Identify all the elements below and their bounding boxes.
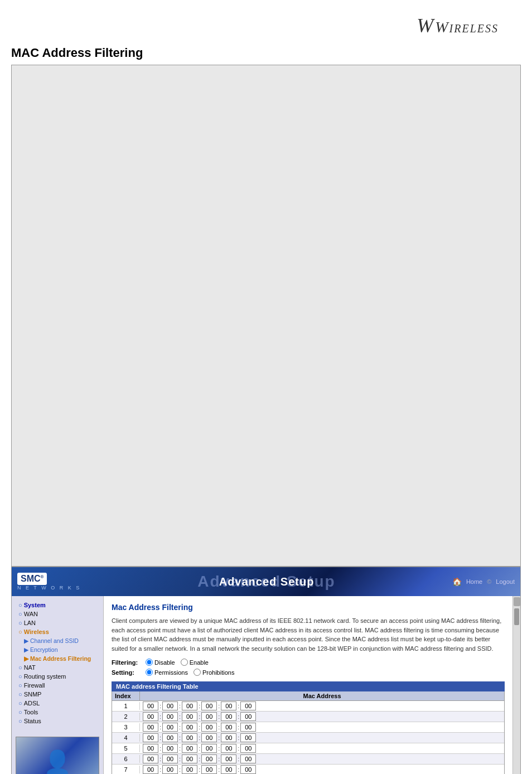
mac-field-input[interactable]	[182, 744, 197, 753]
mac-field-input[interactable]	[162, 754, 178, 763]
mac-field-input[interactable]	[143, 723, 158, 732]
mac-separator: :	[198, 766, 201, 773]
mac-field-input[interactable]	[182, 733, 197, 742]
logout-link[interactable]: Logout	[496, 578, 515, 585]
mac-row-index: 7	[112, 766, 140, 773]
table-row: 1:::::	[112, 701, 504, 712]
sidebar-item-encryption[interactable]: ▶ Encryption	[12, 645, 103, 654]
mac-field-input[interactable]	[201, 765, 217, 774]
mac-separator: :	[159, 756, 162, 762]
mac-field-input[interactable]	[221, 712, 236, 721]
setting-permissions-radio[interactable]	[146, 669, 153, 676]
mac-field-input[interactable]	[143, 733, 158, 742]
sidebar-item-wireless[interactable]: ○Wireless	[12, 627, 103, 636]
mac-separator: :	[178, 766, 181, 773]
mac-row-index: 4	[112, 734, 140, 742]
mac-field-input[interactable]	[182, 723, 197, 732]
mac-field-input[interactable]	[240, 754, 256, 763]
mac-field-input[interactable]	[221, 744, 236, 753]
sidebar-item-snmp[interactable]: ○SNMP	[12, 690, 103, 699]
table-row: 4:::::	[112, 733, 504, 743]
col-index: Index	[112, 691, 140, 700]
filtering-disable-radio[interactable]	[146, 659, 153, 666]
description-text: Client computers are viewed by a unique …	[112, 616, 505, 653]
mac-separator: :	[159, 713, 162, 720]
mac-table-header: MAC address Filtering Table	[112, 681, 505, 691]
mac-field-input[interactable]	[201, 723, 217, 732]
sidebar-item-routing[interactable]: ○Routing system	[12, 672, 103, 681]
filtering-disable-option[interactable]: Disable	[146, 659, 175, 666]
mac-field-input[interactable]	[143, 744, 158, 753]
mac-table-container: MAC address Filtering Table Index Mac Ad…	[112, 681, 505, 774]
router-ui-frame: SMC® N e t w o r k s Advanced Setup Adva…	[11, 567, 521, 774]
mac-field-input[interactable]	[162, 702, 178, 710]
filtering-enable-option[interactable]: Enable	[181, 659, 209, 666]
mac-row-index: 6	[112, 755, 140, 763]
mac-separator: :	[178, 734, 181, 741]
mac-field-input[interactable]	[221, 723, 236, 732]
mac-field-input[interactable]	[221, 765, 236, 774]
mac-separator: :	[159, 745, 162, 752]
sidebar-item-nat[interactable]: ○NAT	[12, 663, 103, 672]
sidebar-item-wan[interactable]: ○WAN	[12, 609, 103, 618]
setting-permissions-option[interactable]: Permissions	[146, 669, 188, 676]
mac-separator: :	[217, 756, 220, 762]
mac-field-input[interactable]	[162, 744, 178, 753]
mac-field-input[interactable]	[143, 754, 158, 763]
mac-field-input[interactable]	[143, 712, 158, 721]
mac-field-input[interactable]	[201, 733, 217, 742]
sidebar-item-status[interactable]: ○Status	[12, 717, 103, 725]
sidebar-item-system[interactable]: ○System	[12, 601, 103, 609]
mac-field-input[interactable]	[201, 702, 217, 710]
mac-field-input[interactable]	[240, 702, 256, 710]
mac-field-input[interactable]	[221, 702, 236, 710]
mac-field-input[interactable]	[221, 733, 236, 742]
mac-field-input[interactable]	[240, 744, 256, 753]
mac-field-input[interactable]	[182, 702, 197, 710]
mac-separator: :	[237, 703, 240, 709]
scrollbar[interactable]	[512, 596, 520, 774]
mac-row-index: 2	[112, 713, 140, 720]
filtering-enable-radio[interactable]	[181, 659, 188, 666]
mac-field-input[interactable]	[182, 712, 197, 721]
mac-field-input[interactable]	[240, 723, 256, 732]
sidebar-item-adsl[interactable]: ○ADSL	[12, 699, 103, 708]
smc-logo: SMC®	[17, 573, 47, 585]
sidebar-item-mac-filtering[interactable]: ▶ Mac Address Filtering	[12, 654, 103, 663]
sidebar-item-tools[interactable]: ○Tools	[12, 708, 103, 717]
mac-field-input[interactable]	[162, 712, 178, 721]
mac-field-input[interactable]	[182, 754, 197, 763]
sidebar-item-lan[interactable]: ○LAN	[12, 618, 103, 627]
mac-separator: :	[237, 756, 240, 762]
mac-field-input[interactable]	[162, 765, 178, 774]
content-area: ○System ○WAN ○LAN ○Wireless ▶ Channel an…	[12, 596, 520, 774]
mac-field-input[interactable]	[201, 754, 217, 763]
mac-field-input[interactable]	[201, 744, 217, 753]
mac-separator: :	[198, 756, 201, 762]
setting-prohibitions-option[interactable]: Prohibitions	[194, 669, 234, 676]
mac-field-input[interactable]	[240, 733, 256, 742]
filtering-radio-group: Disable Enable	[146, 659, 209, 666]
mac-field-input[interactable]	[221, 754, 236, 763]
setting-radio-group: Permissions Prohibitions	[146, 669, 234, 676]
mac-separator: :	[217, 713, 220, 720]
mac-separator: :	[217, 724, 220, 731]
mac-address-filtering-heading: MAC Address Filtering	[11, 40, 521, 65]
mac-row-index: 5	[112, 744, 140, 752]
mac-separator: :	[198, 734, 201, 741]
mac-field-input[interactable]	[143, 765, 158, 774]
mac-field-input[interactable]	[143, 702, 158, 710]
setting-prohibitions-label: Prohibitions	[202, 669, 234, 676]
mac-field-input[interactable]	[162, 723, 178, 732]
setting-prohibitions-radio[interactable]	[194, 669, 201, 676]
sidebar-item-firewall[interactable]: ○Firewall	[12, 681, 103, 690]
sidebar-item-channel-ssid[interactable]: ▶ Channel and SSID	[12, 636, 103, 645]
mac-field-input[interactable]	[162, 733, 178, 742]
mac-field-input[interactable]	[182, 765, 197, 774]
mac-table-col-headers: Index Mac Address	[112, 691, 504, 701]
home-link[interactable]: Home	[466, 578, 482, 585]
mac-field-input[interactable]	[240, 765, 256, 774]
mac-field-input[interactable]	[201, 712, 217, 721]
mac-field-input[interactable]	[240, 712, 256, 721]
mac-table-title: MAC address Filtering Table	[116, 683, 199, 690]
